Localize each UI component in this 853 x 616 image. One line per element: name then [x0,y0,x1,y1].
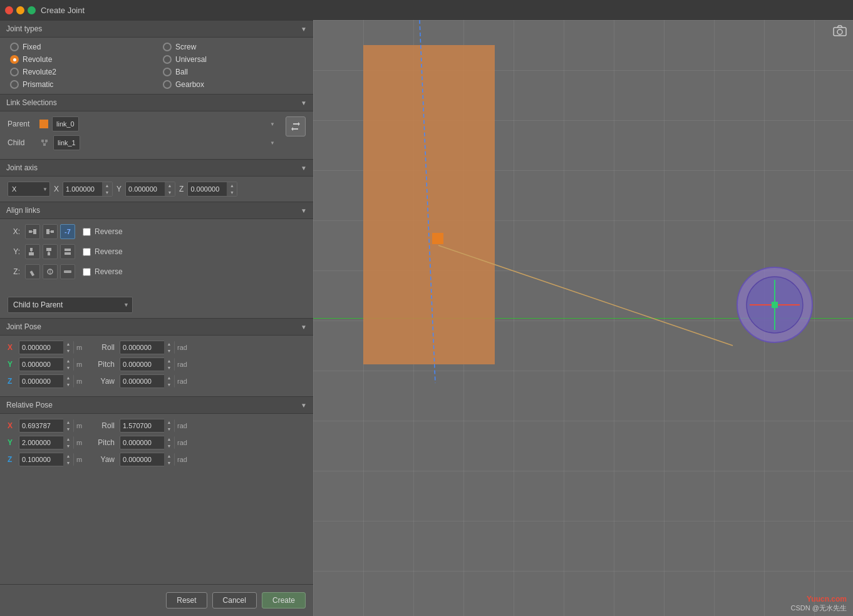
pose-roll-down[interactable]: ▼ [164,347,174,354]
pose-y-up[interactable]: ▲ [63,357,73,364]
radio-prismatic-circle[interactable] [10,80,19,89]
viewport[interactable]: Yuucn.com CSDN @无水先生 [313,20,853,616]
camera-icon[interactable] [833,25,847,39]
radio-screw[interactable]: Screw [163,43,303,51]
radio-revolute2-circle[interactable] [10,68,19,76]
close-button[interactable] [5,6,13,14]
radio-screw-circle[interactable] [163,43,172,51]
minimize-button[interactable] [16,6,24,14]
ctp-select[interactable]: Child to Parent Parent to Child [8,297,133,313]
rel-x-row: X 0.693787 ▲▼ m Roll 1.570700 ▲▼ rad [8,419,306,433]
svg-rect-30 [772,302,778,308]
window-controls[interactable] [5,6,36,14]
align-y-reverse-check[interactable] [83,248,91,256]
radio-gearbox[interactable]: Gearbox [163,80,303,89]
rel-x-up[interactable]: ▲ [63,419,73,426]
pose-z-wrapper: 0.000000 ▲▼ [19,374,74,388]
z-spin-up[interactable]: ▲ [227,182,237,189]
radio-revolute-circle[interactable] [10,55,19,64]
radio-prismatic-label: Prismatic [23,80,53,89]
swap-button[interactable] [286,116,306,136]
cancel-button[interactable]: Cancel [212,592,257,608]
joint-types-grid: Fixed Screw Revolute Universal Revolute2… [0,38,313,94]
pose-y-down[interactable]: ▼ [63,364,73,371]
x-spin-up[interactable]: ▲ [102,182,112,189]
align-x-btn2[interactable] [43,224,58,239]
joint-pose-header[interactable]: Joint Pose ▼ [0,318,313,336]
svg-rect-15 [48,252,50,255]
rel-yaw-up[interactable]: ▲ [164,453,174,459]
rel-pitch-down[interactable]: ▼ [164,443,174,449]
pose-yaw-wrapper: 0.000000 ▲▼ [120,374,175,388]
align-links-chevron: ▼ [301,207,307,214]
svg-rect-18 [65,252,71,255]
joint-axis-header[interactable]: Joint axis ▼ [0,159,313,177]
radio-fixed[interactable]: Fixed [10,43,150,51]
align-z-btn1[interactable] [25,264,40,279]
rel-roll-down[interactable]: ▼ [164,426,174,433]
align-x-btn1[interactable] [25,224,40,239]
joint-axis-body: XYZ X 1.000000 ▲ ▼ Y 0.000000 ▲ ▼ [0,177,313,202]
pose-pitch-unit: rad [177,361,191,368]
rel-z-up[interactable]: ▲ [63,453,73,459]
radio-ball[interactable]: Ball [163,68,303,76]
parent-select[interactable]: link_0 link_1 [52,116,79,131]
pose-y-wrapper: 0.000000 ▲▼ [19,357,74,371]
rel-x-down[interactable]: ▼ [63,426,73,433]
align-z-btn3[interactable] [60,264,75,279]
align-y-btn3[interactable] [60,244,75,259]
radio-fixed-circle[interactable] [10,43,19,51]
link-selections-header[interactable]: Link Selections ▼ [0,94,313,111]
y-spin-up[interactable]: ▲ [165,182,175,189]
pose-pitch-up[interactable]: ▲ [164,357,174,364]
rel-yaw-wrapper: 0.000000 ▲▼ [120,453,175,466]
align-links-header[interactable]: Align links ▼ [0,202,313,219]
rel-yaw-down[interactable]: ▼ [164,459,174,466]
align-x-reverse-check[interactable] [83,228,91,236]
radio-prismatic[interactable]: Prismatic [10,80,150,89]
align-z-btn2[interactable] [43,264,58,279]
pose-yaw-down[interactable]: ▼ [164,381,174,388]
pose-z-down[interactable]: ▼ [63,381,73,388]
joint-marker [432,233,443,244]
align-y-btn2[interactable] [43,244,58,259]
z-spin-down[interactable]: ▼ [227,189,237,196]
rel-z-down[interactable]: ▼ [63,459,73,466]
child-to-parent-section: Child to Parent Parent to Child [0,292,313,318]
joint-axis-label: Joint axis [6,163,38,172]
axis-select[interactable]: XYZ [8,182,50,197]
radio-universal[interactable]: Universal [163,55,303,64]
radio-universal-circle[interactable] [163,55,172,64]
rel-yaw-label: Yaw [93,455,115,464]
pose-x-row: X 0.000000 ▲▼ m Roll 0.000000 ▲▼ rad [8,341,306,354]
reset-button[interactable]: Reset [166,592,207,608]
pose-roll-up[interactable]: ▲ [164,341,174,347]
radio-ball-circle[interactable] [163,68,172,76]
child-select[interactable]: link_1 link_0 [53,135,80,150]
align-z-reverse-check[interactable] [83,268,91,276]
rel-pitch-up[interactable]: ▲ [164,436,174,443]
rel-y-up[interactable]: ▲ [63,436,73,443]
radio-revolute[interactable]: Revolute [10,55,150,64]
pose-yaw-up[interactable]: ▲ [164,374,174,381]
relative-pose-header[interactable]: Relative Pose ▼ [0,396,313,414]
pose-x-down[interactable]: ▼ [63,347,73,354]
pose-roll-unit: rad [177,344,191,351]
parent-dropdown-wrapper: link_0 link_1 [52,116,278,131]
rel-y-down[interactable]: ▼ [63,443,73,449]
pose-z-up[interactable]: ▲ [63,374,73,381]
joint-types-header[interactable]: Joint types ▼ [0,20,313,38]
y-spin-down[interactable]: ▼ [165,189,175,196]
maximize-button[interactable] [28,6,36,14]
align-y-btn1[interactable] [25,244,40,259]
pose-x-up[interactable]: ▲ [63,341,73,347]
radio-revolute2[interactable]: Revolute2 [10,68,150,76]
align-x-btn3[interactable]: -7 [60,224,75,239]
rel-roll-up[interactable]: ▲ [164,419,174,426]
align-y-row: Y: Reverse [8,244,306,259]
create-button[interactable]: Create [262,592,306,608]
radio-gearbox-circle[interactable] [163,80,172,89]
watermark-csdn: CSDN @无水先生 [791,603,847,613]
x-spin-down[interactable]: ▼ [102,189,112,196]
pose-pitch-down[interactable]: ▼ [164,364,174,371]
